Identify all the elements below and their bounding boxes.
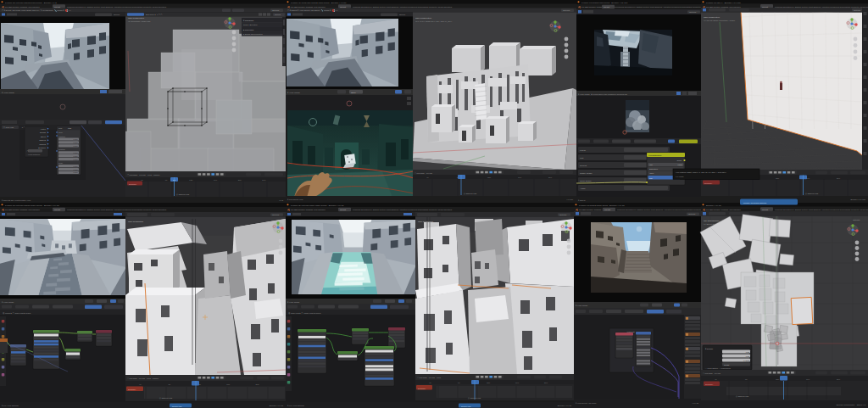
svg-text:▾ Object: ▾ Object — [578, 199, 586, 201]
svg-text:120: 120 — [776, 378, 780, 381]
svg-text:(4) We tilt (some collection): (4) We tilt (some collection) | Plane — [704, 20, 736, 22]
svg-text:Options: Options — [559, 214, 567, 216]
svg-text:Open: Open — [351, 92, 356, 93]
svg-text:0.000: 0.000 — [73, 155, 78, 157]
svg-text:a-maze [C:\\files\\086 final12: a-maze [C:\\files\\086 final12 roam.blen… — [291, 2, 347, 4]
svg-text:Alpha: Alpha — [580, 187, 586, 190]
svg-text:Modeling Sculpting UV Editing: Modeling Sculpting UV Editing Texture Pa… — [775, 6, 868, 8]
svg-text:Modeling Sculpting UV Editing: Modeling Sculpting UV Editing Texture Pa… — [353, 209, 453, 210]
svg-text:▾ Resize: ▾ Resize — [705, 348, 714, 350]
svg-text:⏱ Playback · Keying · View · M: ⏱ Playback · Keying · View · Marker — [127, 377, 159, 379]
svg-text:0.000: 0.000 — [73, 138, 78, 140]
svg-text:▾ File View Options: ▾ File View Options — [287, 405, 304, 406]
svg-text:a-maze 03 final12 frame.blend: a-maze 03 final12 frame.blend - Blender … — [579, 204, 625, 207]
svg-text:Options: Options — [272, 214, 280, 216]
svg-text:160: 160 — [226, 383, 231, 386]
svg-text:0.000: 0.000 — [73, 171, 78, 173]
svg-text:▾ View Select Add Node: ▾ View Select Add Node — [576, 402, 597, 404]
svg-text:⏱ Playback · Keying: ⏱ Playback · Keying — [415, 172, 433, 174]
svg-text:200: 200 — [837, 177, 841, 180]
svg-text:4.0.2: 4.0.2 — [279, 199, 284, 201]
svg-text:Blender 4.04.15: Blender 4.04.15 — [558, 405, 572, 406]
svg-text:160: 160 — [214, 179, 218, 182]
svg-text:▾ Playback ▸ View: ▾ Playback ▸ View — [287, 198, 303, 200]
svg-text:200: 200 — [837, 378, 841, 381]
svg-text:⏱ Playback · Keying · View: ⏱ Playback · Keying · View — [417, 377, 441, 378]
svg-text:Window: Window — [39, 143, 46, 145]
svg-text:a-maze [D:\\city086 final12 ro: a-maze [D:\\city086 final12 roam.blend] … — [5, 2, 57, 4]
svg-text:✕ Cube.032: ✕ Cube.032 — [3, 126, 14, 128]
svg-text:Modeling Sculpting UV Editing: Modeling Sculpting UV Editing Texture Pa… — [67, 6, 167, 8]
svg-text:Render "s0 beach camera": Render "s0 beach camera" — [743, 202, 767, 204]
svg-text:Hue/Saturation: Hue/Saturation — [648, 154, 662, 156]
svg-text:Flat: Flat — [580, 157, 583, 159]
svg-text:User Perspective: User Perspective — [415, 17, 432, 20]
svg-text:Options: Options — [688, 213, 696, 215]
svg-text:0.0 (float): 0.0 (float) — [676, 176, 684, 177]
svg-text:▸ Spring Rig Properties: ▸ Spring Rig Properties — [243, 33, 263, 35]
svg-text:160: 160 — [518, 176, 522, 179]
svg-text:User Perspective: User Perspective — [128, 221, 144, 223]
svg-text:Linear: Linear — [580, 149, 586, 152]
svg-text:a-maze [D:\\city086 final6 maz: a-maze [D:\\city086 final6 maze.blend] -… — [291, 204, 344, 207]
svg-text:▸ Properties: ▸ Properties — [243, 29, 254, 31]
svg-text:Behavior: Behavior — [38, 147, 46, 148]
svg-text:Item(y) Selection: Item(y) Selection — [243, 24, 258, 25]
svg-text:Value: Value — [649, 172, 654, 174]
svg-text:None: None — [58, 131, 64, 133]
svg-text:Layout: Layout — [54, 6, 60, 8]
svg-text:a-maze 03 final12 roam.blend -: a-maze 03 final12 roam.blend - Blender 4… — [581, 2, 628, 4]
svg-text:Summary: Summary — [704, 182, 713, 184]
svg-text:Options: Options — [114, 14, 120, 15]
svg-text:▾ Object ▸ 3D View ▸ Rotate Vi: ▾ Object ▸ 3D View ▸ Rotate View — [2, 199, 31, 201]
svg-text:Summary: Summary — [418, 388, 426, 389]
svg-text:(64) 4x.04, Cube.064 | 004 .08: (64) 4x.04, Cube.064 | 004 .087 v4_004+ — [415, 20, 453, 23]
svg-text:0.000: 0.000 — [73, 152, 78, 154]
svg-text:a-maze [D:\\city086 final11 ma: a-maze [D:\\city086 final11 maze.blend] … — [5, 204, 59, 207]
svg-text:▾ File View Options: ▾ File View Options — [2, 405, 19, 406]
svg-text:0.000: 0.000 — [73, 159, 78, 160]
svg-text:120: 120 — [487, 382, 491, 384]
svg-text:Blender (Compositor) · Studio: Blender (Compositor) · Studio 4.2 — [837, 404, 866, 405]
svg-text:Blender 4.04.15: Blender 4.04.15 — [270, 405, 284, 406]
svg-text:Rotation: Rotation — [58, 148, 66, 150]
svg-text:200: 200 — [238, 179, 242, 182]
svg-text:Layout: Layout — [54, 209, 60, 210]
svg-text:200: 200 — [544, 382, 548, 384]
svg-text:▾ View Image: ▾ View Image — [287, 301, 300, 304]
svg-text:Modeling Sculpting UV Editing: Modeling Sculpting UV Editing Texture Pa… — [353, 6, 453, 8]
svg-text:200: 200 — [548, 176, 553, 179]
svg-text:Options: Options — [854, 9, 861, 12]
svg-text:Blender 4.04.15: Blender 4.04.15 — [706, 204, 721, 207]
svg-text:Summary: Summary — [128, 388, 136, 390]
svg-text:0.000: 0.000 — [73, 169, 78, 170]
svg-text:Repeat: Repeat — [580, 165, 587, 167]
svg-text:Layout: Layout — [340, 209, 346, 210]
svg-text:🍂 File Edit Render Window Hel: 🍂 File Edit Render Window Help Pipeline — [2, 208, 40, 211]
svg-text:Modeling Sculpting UV Editing: Modeling Sculpting UV Editing Texture Pa… — [67, 209, 167, 210]
svg-text:▾ View Image: ▾ View Image — [576, 305, 588, 307]
svg-text:Layout: Layout — [762, 6, 768, 8]
svg-text:□ From Instancer: □ From Instancer — [27, 154, 41, 155]
svg-text:🍂 File Edit Render Window Hel: 🍂 File Edit Render Window Help Pipeline — [703, 5, 741, 8]
svg-text:Global: Global — [724, 364, 730, 366]
svg-text:Normal: Normal — [40, 131, 47, 133]
svg-text:120: 120 — [487, 176, 492, 179]
svg-text:🍂 File Edit Render Window Hel: 🍂 File Edit Render Window Help Pipeline — [287, 5, 326, 8]
svg-text:User Perspective: User Perspective — [128, 17, 145, 20]
svg-text:Layout: Layout — [340, 6, 346, 8]
svg-text:160: 160 — [806, 378, 810, 381]
svg-text:▾ Transform: ▾ Transform — [243, 20, 253, 21]
svg-text:Render "s0": Render "s0" — [172, 405, 182, 407]
svg-text:0.000: 0.000 — [73, 145, 78, 147]
svg-text:User Perspective: User Perspective — [418, 221, 434, 223]
svg-text:Blender 4.04.170: Blender 4.04.170 — [851, 198, 866, 200]
svg-text:Options: Options — [272, 9, 280, 12]
svg-text:Layout: Layout — [604, 209, 610, 210]
svg-text:⏱ Playback · Keying · View · M: ⏱ Playback · Keying · View · Marker — [127, 174, 160, 176]
svg-text:Scale: Scale — [58, 162, 64, 164]
svg-text:🍂 File Edit Render Window Hel: 🍂 File Edit Render Window Help Pipeline — [287, 208, 326, 211]
svg-text:Camera: Camera — [39, 139, 47, 141]
svg-text:Options: Options — [399, 14, 405, 15]
svg-text:Top Orthographic: Top Orthographic — [704, 220, 720, 222]
